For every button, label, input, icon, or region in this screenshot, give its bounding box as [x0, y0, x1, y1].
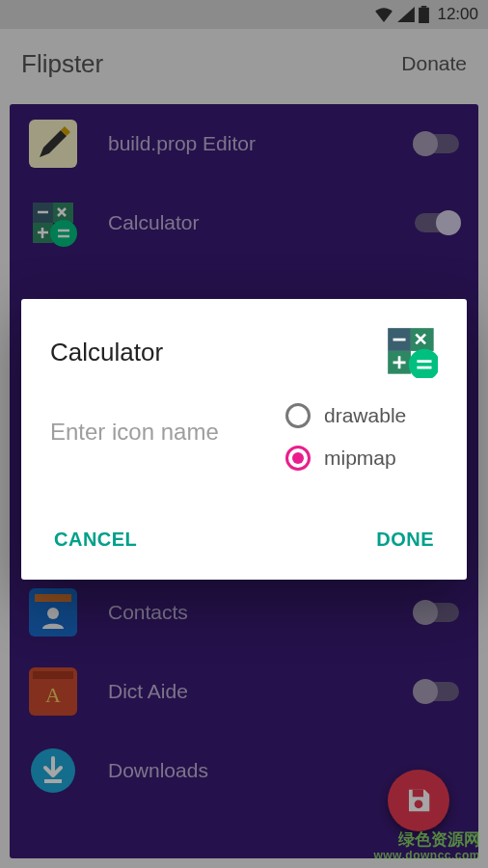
watermark-text: 绿色资源网 [373, 831, 480, 850]
icon-override-dialog: drawable mipmap CANCEL DONE [21, 299, 467, 580]
icon-name-input[interactable] [50, 403, 272, 446]
radio-label: drawable [324, 404, 406, 427]
app-name-input[interactable] [50, 338, 301, 367]
watermark: 绿色资源网 www.downcc.com [373, 831, 480, 862]
svg-point-19 [409, 349, 438, 378]
radio-drawable[interactable]: drawable [285, 403, 406, 428]
radio-icon [285, 446, 311, 471]
resource-type-radios: drawable mipmap [285, 403, 406, 471]
radio-mipmap[interactable]: mipmap [285, 446, 406, 471]
watermark-url: www.downcc.com [373, 850, 480, 862]
done-button[interactable]: DONE [372, 517, 438, 562]
radio-icon [285, 403, 311, 428]
radio-label: mipmap [324, 447, 396, 470]
calculator-icon [386, 326, 438, 378]
cancel-button[interactable]: CANCEL [50, 517, 141, 562]
